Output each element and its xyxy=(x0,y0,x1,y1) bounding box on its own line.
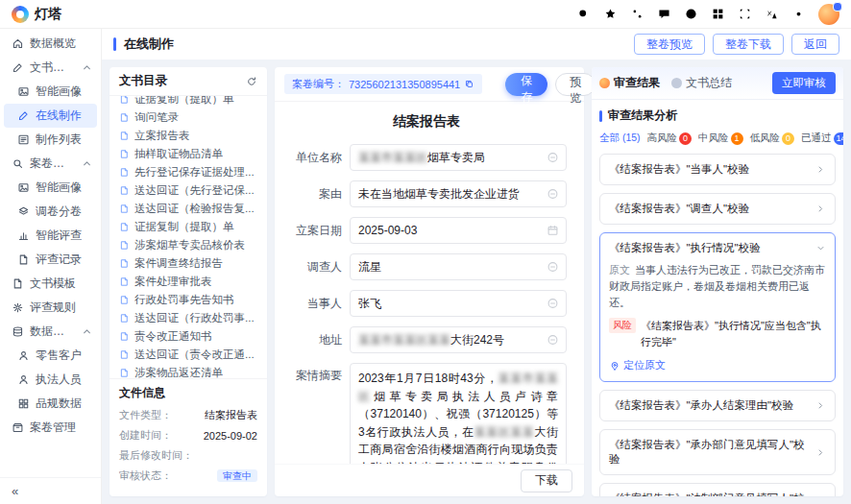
form-row: 立案日期2025-09-03 xyxy=(286,217,567,244)
doc-item-label: 案件调查终结报告 xyxy=(134,256,223,271)
sidebar-item-7[interactable]: 调卷分卷 xyxy=(0,200,101,224)
doc-list-panel: 文书目录 证据复制（提取）单询问笔录立案报告表抽样取证物品清单先行登记保存证据处… xyxy=(109,67,267,496)
doc-item[interactable]: 案件调查终结报告 xyxy=(113,254,263,273)
sidebar-item-4[interactable]: 制作列表 xyxy=(0,128,101,152)
download-button[interactable]: 下载 xyxy=(521,469,572,492)
editor-body[interactable]: 结案报告表 单位名称某某市某某区烟草专卖局案由未在当地烟草专卖批发企业进货立案日… xyxy=(275,102,584,464)
save-button[interactable]: 保存 xyxy=(505,73,547,96)
preview-button[interactable]: 预览 xyxy=(555,73,596,96)
doc-item[interactable]: 送达回证（行政处罚事... xyxy=(113,309,263,327)
doc-item[interactable]: 询问笔录 xyxy=(113,108,263,127)
field-label: 立案日期 xyxy=(286,223,342,239)
review-card-0[interactable]: 《结案报告表》"当事人"校验 xyxy=(599,154,836,185)
doc-item[interactable]: 送达回证（检验报告复... xyxy=(113,200,263,218)
doc-icon xyxy=(119,204,130,214)
sidebar-item-label: 文书制作 xyxy=(30,60,75,76)
field-label: 地址 xyxy=(286,332,342,348)
doc-item[interactable]: 抽样取证物品清单 xyxy=(113,145,263,163)
audit-now-button[interactable]: 立即审核 xyxy=(772,72,836,94)
search-icon[interactable] xyxy=(576,7,591,21)
copy-icon[interactable] xyxy=(464,79,474,89)
original-text: 当事人违法行为已改正，罚款已交济南市财政局指定账户，卷烟及卷烟相关费用已返还。 xyxy=(609,264,825,308)
sidebar-collapse[interactable]: « xyxy=(0,477,101,504)
refresh-icon[interactable] xyxy=(246,76,257,87)
case-summary-textarea[interactable]: 2023年1月7日18时43分，某某市某某区烟草专卖局执法人员卢诗章（37120… xyxy=(350,363,567,464)
chevron-right-icon xyxy=(815,447,826,458)
field-input[interactable]: 某某市某某区烟草专卖局 xyxy=(350,144,567,171)
minus-circle-icon xyxy=(547,298,559,310)
review-card-4[interactable]: 《结案报告表》"承办部门意见填写人"校验 xyxy=(599,429,836,475)
doc-icon xyxy=(17,253,30,266)
sidebar-item-8[interactable]: 智能评查 xyxy=(0,224,101,248)
sidebar-item-label: 智能评查 xyxy=(36,228,93,244)
sidebar-item-15[interactable]: 品规数据 xyxy=(0,392,101,416)
field-input[interactable]: 张飞 xyxy=(350,290,567,317)
translate-icon[interactable] xyxy=(765,7,779,21)
chevron-right-icon xyxy=(815,400,826,411)
gear-icon[interactable] xyxy=(791,7,806,21)
risk-filter-4[interactable]: 已通过14 xyxy=(801,132,843,145)
sidebar-item-16[interactable]: 案卷管理 xyxy=(0,416,101,440)
review-card-3[interactable]: 《结案报告表》"承办人结案理由"校验 xyxy=(599,390,836,421)
star-icon[interactable] xyxy=(603,7,618,21)
header-button-2[interactable]: 返回 xyxy=(791,34,839,55)
field-input[interactable]: 2025-09-03 xyxy=(350,217,567,244)
doc-icon xyxy=(119,349,130,360)
sidebar-item-label: 零售客户 xyxy=(36,348,93,364)
field-input[interactable]: 某某市某某区某某大街242号 xyxy=(350,326,567,353)
doc-item[interactable]: 责令改正通知书 xyxy=(113,327,263,346)
doc-item[interactable]: 涉案烟草专卖品核价表 xyxy=(113,236,263,254)
doc-item[interactable]: 先行登记保存证据处理... xyxy=(113,163,263,181)
chat-icon[interactable] xyxy=(657,7,671,21)
header-button-1[interactable]: 整卷下载 xyxy=(713,34,784,55)
sidebar-item-9[interactable]: 评查记录 xyxy=(0,248,101,272)
review-card-5[interactable]: 《结案报告表》"法制部门意见填写人"校验 xyxy=(599,483,836,496)
sidebar-item-13[interactable]: 零售客户 xyxy=(0,344,101,368)
risk-filter-1[interactable]: 高风险0 xyxy=(647,132,693,145)
filter-label: 高风险 xyxy=(647,132,678,145)
risk-filter-2[interactable]: 中风险1 xyxy=(698,132,743,145)
doc-item[interactable]: 涉案物品返还清单 xyxy=(113,364,263,378)
sidebar-item-14[interactable]: 执法人员 xyxy=(0,368,101,392)
tab-doc-summary[interactable]: 文书总结 xyxy=(671,75,732,91)
avatar[interactable] xyxy=(818,4,839,25)
doc-item[interactable]: 行政处罚事先告知书 xyxy=(113,291,263,309)
sidebar-item-10[interactable]: 文书模板 xyxy=(0,272,101,296)
percent-icon[interactable] xyxy=(630,7,644,21)
doc-item[interactable]: 案件处理审批表 xyxy=(113,273,263,291)
review-card-1[interactable]: 《结案报告表》"调查人"校验 xyxy=(599,193,836,225)
doc-item[interactable]: 送达回证（先行登记保... xyxy=(113,181,263,200)
review-body[interactable]: 审查结果分析 全部 (15)高风险0中风险1低风险0已通过14 《结案报告表》"… xyxy=(592,100,843,496)
doc-item[interactable]: 证据复制（提取）单 xyxy=(113,218,263,236)
app-logo[interactable]: 灯塔 xyxy=(12,6,61,23)
doc-item[interactable]: 立案报告表 xyxy=(113,127,263,145)
sidebar-item-5[interactable]: 案卷评查 xyxy=(0,152,101,176)
form-row: 单位名称某某市某某区烟草专卖局 xyxy=(286,144,567,171)
doc-item[interactable]: 证据复制（提取）单 xyxy=(113,96,263,108)
sidebar-item-3[interactable]: 在线制作 xyxy=(4,104,97,128)
doc-item-label: 送达回证（先行登记保... xyxy=(134,183,255,198)
expand-icon[interactable] xyxy=(738,7,752,21)
sidebar-item-6[interactable]: 智能画像 xyxy=(0,176,101,200)
sidebar-item-label: 评查规则 xyxy=(30,300,93,316)
risk-filter-0[interactable]: 全部 (15) xyxy=(599,132,641,145)
clock-icon[interactable] xyxy=(684,7,698,21)
doc-list[interactable]: 证据复制（提取）单询问笔录立案报告表抽样取证物品清单先行登记保存证据处理...送… xyxy=(109,96,267,378)
locate-original-link[interactable]: 定位原文 xyxy=(609,357,826,373)
sidebar-item-12[interactable]: 数据管理 xyxy=(0,320,101,344)
header-button-0[interactable]: 整卷预览 xyxy=(634,34,705,55)
chevron-right-icon xyxy=(815,204,826,214)
risk-filter-3[interactable]: 低风险0 xyxy=(750,132,795,145)
sidebar-item-2[interactable]: 智能画像 xyxy=(0,80,101,104)
field-input[interactable]: 流星 xyxy=(350,253,567,280)
review-card-2[interactable]: 《结案报告表》"执行情况"校验原文当事人违法行为已改正，罚款已交济南市财政局指定… xyxy=(599,232,836,382)
doc-item[interactable]: 送达回证（责令改正通... xyxy=(113,346,263,364)
sidebar-item-0[interactable]: 数据概览 xyxy=(0,32,101,56)
grid-icon[interactable] xyxy=(711,7,725,21)
tab-review-results[interactable]: 审查结果 xyxy=(599,75,660,91)
sidebar-item-11[interactable]: 评查规则 xyxy=(0,296,101,320)
sidebar-item-1[interactable]: 文书制作 xyxy=(0,56,101,80)
topbar-icons xyxy=(576,4,839,25)
filter-count-badge: 0 xyxy=(679,132,692,145)
field-input[interactable]: 未在当地烟草专卖批发企业进货 xyxy=(350,180,567,207)
